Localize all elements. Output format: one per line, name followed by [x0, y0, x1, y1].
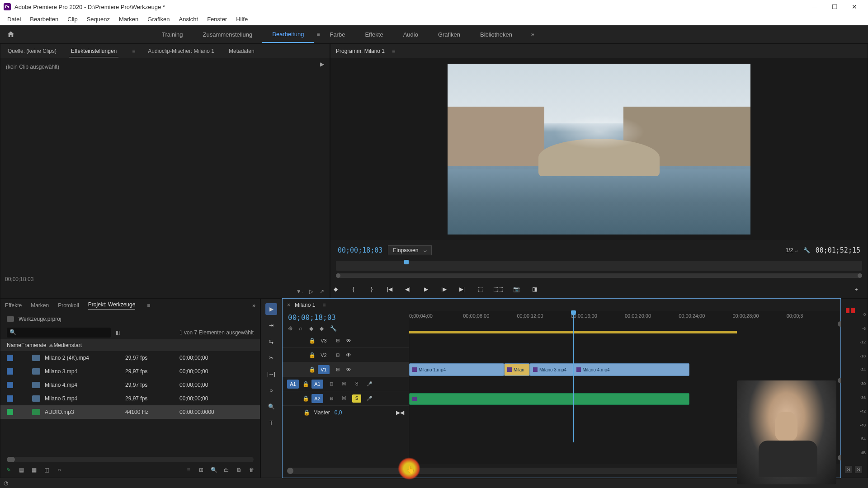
home-icon[interactable]: [5, 29, 16, 40]
expand-master-icon[interactable]: ▶◀: [396, 409, 404, 416]
sync-lock-icon[interactable]: ⊟: [327, 394, 336, 403]
clip-milan-adj[interactable]: Milan: [504, 363, 530, 376]
clip-milano-3[interactable]: Milano 3.mp4: [530, 363, 573, 376]
clip-milano-4[interactable]: Milano 4.mp4: [573, 363, 690, 376]
filter-icon[interactable]: ▼.: [296, 288, 303, 295]
icon-view-icon[interactable]: ▦: [30, 467, 38, 473]
workspace-grafiken[interactable]: Grafiken: [428, 27, 470, 42]
lock-icon[interactable]: 🔒: [309, 352, 314, 358]
workspace-overflow-icon[interactable]: »: [531, 31, 534, 38]
project-h-scroll[interactable]: [7, 457, 254, 462]
tab-effects[interactable]: Effekte: [5, 302, 22, 309]
a1-target[interactable]: A1: [311, 380, 323, 389]
lift-button[interactable]: ⬚: [475, 284, 485, 294]
sync-lock-icon[interactable]: ⊟: [333, 366, 342, 374]
workspace-training[interactable]: Training: [152, 27, 193, 42]
tab-markers[interactable]: Marken: [31, 302, 49, 309]
snap-icon[interactable]: ❊: [288, 325, 292, 332]
track-select-tool[interactable]: ⇥: [265, 319, 277, 331]
program-ruler[interactable]: [336, 261, 862, 271]
master-track[interactable]: 🔒 Master 0,0 ▶◀: [283, 406, 409, 419]
go-to-out-button[interactable]: ▶|: [457, 284, 467, 294]
toggle-icon-2[interactable]: ↗: [320, 288, 324, 295]
tab-audio-mixer[interactable]: Audioclip-Mischer: Milano 1: [146, 45, 216, 57]
close-sequence-icon[interactable]: ×: [287, 302, 290, 308]
zoom-thumb[interactable]: [408, 468, 414, 474]
maximize-button[interactable]: ☐: [825, 0, 844, 14]
voice-record-icon[interactable]: 🎤: [365, 394, 374, 403]
find-icon[interactable]: 🔍: [210, 467, 217, 473]
workspace-bibliotheken[interactable]: Bibliotheken: [470, 27, 522, 42]
meter-solo-right[interactable]: S: [855, 466, 862, 473]
button-editor-icon[interactable]: ＋: [851, 284, 861, 294]
settings-icon[interactable]: 🔧: [803, 247, 810, 253]
solo-button-active[interactable]: S: [352, 394, 361, 403]
automate-icon[interactable]: ⊞: [198, 467, 205, 473]
step-back-button[interactable]: ◀|: [403, 284, 413, 294]
tab-history[interactable]: Protokoll: [58, 302, 79, 309]
list-item[interactable]: Milano 3.mp429,97 fps00;00;00;00: [0, 365, 260, 378]
timeline-menu-icon[interactable]: ≡: [322, 302, 326, 308]
search-input[interactable]: [7, 328, 111, 338]
program-zoom-scroll[interactable]: [336, 273, 862, 278]
tab-source[interactable]: Quelle: (keine Clips): [6, 45, 58, 57]
sync-lock-icon[interactable]: ⊟: [327, 380, 336, 388]
minimize-button[interactable]: ─: [805, 0, 825, 14]
list-item[interactable]: Milano 2 (4K).mp429,97 fps00;00;00;00: [0, 351, 260, 365]
flyout-icon[interactable]: ▶: [320, 61, 324, 67]
a2-target[interactable]: A2: [311, 394, 323, 403]
menu-ansicht[interactable]: Ansicht: [174, 14, 203, 24]
play-button[interactable]: ▶: [421, 284, 431, 294]
workspace-effekte[interactable]: Effekte: [355, 27, 393, 42]
delete-icon[interactable]: 🗑: [248, 467, 255, 473]
new-bin-icon[interactable]: 🗀: [223, 467, 230, 473]
timeline-playhead[interactable]: [573, 311, 574, 442]
tab-metadata[interactable]: Metadaten: [227, 45, 256, 57]
lock-icon[interactable]: 🔒: [303, 409, 309, 416]
menu-sequenz[interactable]: Sequenz: [82, 14, 114, 24]
linked-selection-icon[interactable]: ∩: [299, 325, 303, 332]
eye-icon[interactable]: 👁: [346, 366, 353, 373]
zoom-dropdown[interactable]: 1/2 ⌵: [786, 247, 798, 253]
mute-button[interactable]: M: [340, 380, 349, 388]
menu-datei[interactable]: Datei: [3, 14, 25, 24]
source-panel-menu-icon[interactable]: ≡: [132, 48, 135, 54]
in-point-button[interactable]: {: [349, 284, 359, 294]
track-v2[interactable]: 🔒 V2 ⊟ 👁: [283, 348, 409, 362]
workspace-menu-icon[interactable]: ≡: [316, 31, 320, 38]
program-playhead[interactable]: [404, 260, 409, 264]
workspace-bearbeitung[interactable]: Bearbeitung: [262, 26, 314, 43]
mute-button[interactable]: M: [340, 394, 349, 403]
settings-icon-2[interactable]: 🔧: [330, 325, 337, 332]
sync-lock-icon[interactable]: ⊟: [333, 351, 342, 359]
hand-tool[interactable]: 🔍: [265, 401, 277, 413]
track-a1[interactable]: A1 🔒 A1 ⊟ M S 🎤: [283, 377, 409, 391]
menu-marken[interactable]: Marken: [114, 14, 143, 24]
clip-audio-a2[interactable]: [409, 393, 689, 405]
eye-icon[interactable]: 👁: [346, 352, 353, 358]
zoom-slider-icon[interactable]: ○: [56, 467, 63, 473]
fit-dropdown[interactable]: Einpassen⌵: [388, 245, 432, 255]
sequence-name[interactable]: Milano 1: [295, 302, 315, 308]
workspace-farbe[interactable]: Farbe: [320, 27, 355, 42]
new-item-icon[interactable]: ✎: [5, 467, 12, 473]
timeline-timecode[interactable]: 00;00;18;03: [283, 311, 409, 324]
col-mediastart[interactable]: Medienstart: [53, 342, 254, 348]
add-marker-icon[interactable]: ◆: [309, 325, 313, 332]
list-item[interactable]: AUDIO.mp344100 Hz00:00:00:0000: [0, 405, 260, 419]
ripple-edit-tool[interactable]: ⇆: [265, 336, 277, 347]
eye-icon[interactable]: 👁: [346, 338, 353, 344]
toggle-icon-1[interactable]: ▷: [309, 288, 313, 295]
comparison-button[interactable]: ◨: [529, 284, 539, 294]
close-button[interactable]: ✕: [844, 0, 864, 14]
menu-hilfe[interactable]: Hilfe: [231, 14, 252, 24]
meter-solo-left[interactable]: S: [845, 466, 852, 473]
menu-fenster[interactable]: Fenster: [203, 14, 231, 24]
track-a2[interactable]: 🔒 A2 ⊟ M S 🎤: [283, 391, 409, 406]
col-name[interactable]: Name: [7, 342, 21, 348]
step-fwd-button[interactable]: |▶: [439, 284, 449, 294]
list-view-icon[interactable]: ▤: [18, 467, 25, 473]
track-v3[interactable]: 🔒 V3 ⊟ 👁: [283, 333, 409, 348]
clip-milano-1[interactable]: Milano 1.mp4: [409, 363, 504, 376]
type-tool[interactable]: T: [265, 417, 277, 429]
